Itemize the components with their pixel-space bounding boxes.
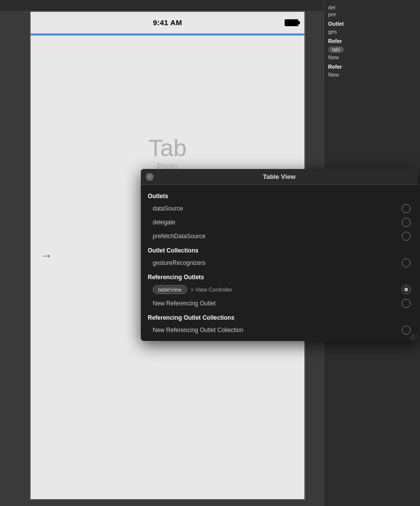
- right-panel-new2: New: [328, 71, 416, 78]
- status-bar-time: 9:41 AM: [153, 18, 182, 27]
- new-ref-col-circle[interactable]: [402, 326, 411, 335]
- view-controller-text: View Controller: [196, 287, 232, 293]
- right-panel-pre-label: pre: [328, 11, 416, 18]
- outlet-datasource-label: dataSource: [153, 205, 183, 212]
- right-panel-new1: New: [328, 54, 416, 61]
- outlet-col-gesture-circle[interactable]: [402, 258, 411, 267]
- outlet-delegate-circle[interactable]: [402, 218, 411, 227]
- outlet-row-datasource: dataSource: [141, 202, 418, 215]
- popup-content: Outlets dataSource delegate prefetchData…: [141, 185, 418, 341]
- new-referencing-outlet-circle[interactable]: [402, 299, 411, 308]
- left-arrow-icon: →: [41, 249, 52, 262]
- resize-handle[interactable]: [411, 334, 418, 341]
- outlet-col-gesture-label: gestureRecognizers: [153, 259, 206, 266]
- outlet-datasource-circle[interactable]: [402, 204, 411, 213]
- section-header-outlet-collections: Outlet Collections: [141, 243, 418, 256]
- ref-col-row-new: New Referencing Outlet Collection: [141, 323, 418, 337]
- section-header-referencing: Referencing Outlets: [141, 270, 418, 283]
- outlet-row-delegate: delegate: [141, 215, 418, 229]
- right-panel-outlets-header: Outlet: [328, 21, 416, 27]
- outlet-prefetch-label: prefetchDataSource: [153, 233, 206, 240]
- outlet-tags: tableView ✕ View Controller: [153, 285, 402, 294]
- popup-title: Table View: [263, 173, 295, 180]
- resize-handle-lines: [411, 334, 418, 341]
- section-header-ref-col: Referencing Outlet Collections: [141, 310, 418, 323]
- outlet-prefetch-circle[interactable]: [402, 232, 411, 241]
- popup-close-button[interactable]: ✕: [146, 173, 154, 181]
- right-panel-ref-col-header: Refer: [328, 64, 416, 70]
- canvas-label: Tab: [148, 134, 186, 162]
- outlet-row-prefetch: prefetchDataSource: [141, 229, 418, 243]
- tag-tableview: tableView: [153, 285, 187, 294]
- right-panel-referencing: Refer tabl New: [328, 38, 416, 61]
- right-panel-ref-col: Refer New: [328, 64, 416, 78]
- referencing-outlet-row-tableview: tableView ✕ View Controller: [141, 283, 418, 296]
- right-panel-ges: ges: [328, 28, 416, 35]
- right-panel-table-badge: tabl: [328, 46, 344, 53]
- tag-connector: ✕ View Controller: [187, 287, 235, 293]
- circle-dot: [404, 288, 408, 292]
- outlet-delegate-label: delegate: [153, 219, 175, 226]
- referencing-outlet-row-new: New Referencing Outlet: [141, 296, 418, 310]
- status-bar: 9:41 AM: [31, 12, 304, 34]
- right-panel-ref-header: Refer: [328, 38, 416, 44]
- section-header-outlets: Outlets: [141, 189, 418, 202]
- right-panel-del-label: del: [328, 4, 416, 11]
- content-area: Tab Proto: [31, 36, 304, 172]
- right-panel-outlets: Outlet ges: [328, 21, 416, 35]
- right-panel-del: del pre: [328, 4, 416, 18]
- popup-panel: ✕ Table View Outlets dataSource delegate…: [141, 169, 418, 341]
- outlet-col-row-gesture: gestureRecognizers: [141, 256, 418, 270]
- new-referencing-outlet-label: New Referencing Outlet: [153, 300, 215, 307]
- popup-title-bar: ✕ Table View: [141, 169, 418, 185]
- tag-x-icon: ✕: [190, 287, 194, 293]
- new-ref-col-label: New Referencing Outlet Collection: [153, 327, 243, 334]
- battery-icon: [285, 19, 298, 26]
- referencing-outlet-tableview-circle[interactable]: [402, 285, 411, 294]
